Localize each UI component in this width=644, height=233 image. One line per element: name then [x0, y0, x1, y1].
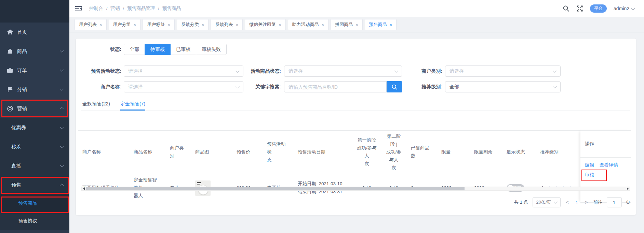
- collapse-menu-icon[interactable]: [75, 6, 82, 11]
- close-icon[interactable]: ×: [202, 22, 204, 27]
- status-button-group: 全部 待审核 已审核 审核失败: [124, 44, 227, 55]
- tag-label: 预售商品: [369, 21, 387, 28]
- breadcrumb-item[interactable]: 营销: [110, 5, 120, 12]
- current-page[interactable]: 1: [574, 200, 580, 205]
- filter-status: 状态: 全部 待审核 已审核 审核失败: [76, 44, 227, 55]
- scroll-right-arrow-icon[interactable]: [626, 187, 630, 190]
- view-detail-link[interactable]: 查看详情: [600, 162, 618, 168]
- activity-goods-status-select[interactable]: 请选择: [284, 65, 402, 77]
- col-actions-header: 操作: [580, 130, 631, 158]
- col-activity-date: 预售活动日期: [293, 131, 352, 174]
- filter-merchant-name: 商户名称: 请选择: [76, 81, 243, 92]
- sidebar-item-live[interactable]: 直播: [0, 156, 69, 175]
- tag-label: 反馈分类: [181, 21, 199, 28]
- tags-view: 用户列表× 用户分组× 用户标签× 反馈分类× 反馈列表× 微信关注回复× 助力…: [69, 17, 644, 32]
- chevron-down-icon: [60, 144, 64, 148]
- breadcrumb-item[interactable]: 控制台: [89, 5, 103, 12]
- goto-page-input[interactable]: [607, 197, 622, 207]
- sidebar: 首页 商品 订单 分销 营销 优惠券 秒杀: [0, 0, 69, 233]
- sidebar-item-presale-goods[interactable]: 预售商品: [0, 194, 69, 212]
- status-audited-button[interactable]: 已审核: [170, 44, 196, 55]
- user-menu[interactable]: admin2: [614, 6, 634, 11]
- chevron-up-icon: [60, 184, 64, 187]
- sidebar-item-label: 直播: [11, 163, 21, 169]
- scrollbar-thumb[interactable]: [86, 187, 465, 190]
- close-icon[interactable]: ×: [236, 22, 238, 27]
- filter-label: 活动商品状态:: [230, 68, 281, 74]
- tag-label: 用户标签: [147, 21, 165, 28]
- col-activity-status: 预售活动状 态: [263, 131, 293, 174]
- fullscreen-icon[interactable]: [576, 5, 583, 12]
- page-size-select[interactable]: 20条/页: [533, 197, 561, 207]
- sidebar-item-label: 秒杀: [11, 144, 21, 150]
- filter-label: 状态:: [76, 46, 121, 53]
- tag-user-label[interactable]: 用户标签×: [143, 19, 175, 30]
- sidebar-item-distribution[interactable]: 分销: [0, 80, 69, 99]
- platform-badge: 平台: [590, 4, 607, 13]
- horizontal-scrollbar[interactable]: [81, 187, 630, 191]
- sidebar-item-orders[interactable]: 订单: [0, 61, 69, 80]
- keyword-input[interactable]: [284, 81, 387, 92]
- next-page-button[interactable]: >: [583, 200, 589, 205]
- sidebar-item-presale-agreement[interactable]: 预售协议: [0, 212, 69, 230]
- search-icon[interactable]: [563, 5, 569, 12]
- goto-label: 前往: [593, 199, 603, 205]
- tag-user-list[interactable]: 用户列表×: [75, 19, 107, 30]
- sidebar-item-coupon[interactable]: 优惠券: [0, 118, 69, 137]
- close-icon[interactable]: ×: [167, 22, 170, 27]
- close-icon[interactable]: ×: [322, 22, 324, 27]
- edit-link[interactable]: 编辑: [585, 162, 594, 168]
- home-icon: [7, 29, 13, 35]
- scroll-left-arrow-icon[interactable]: [82, 187, 86, 190]
- sidebar-item-seckill[interactable]: 秒杀: [0, 137, 69, 156]
- sidebar-item-label: 预售: [11, 182, 21, 188]
- sidebar-item-marketing[interactable]: 营销: [0, 99, 69, 118]
- merchant-category-select[interactable]: 请选择: [445, 65, 561, 77]
- tag-feedback-list[interactable]: 反馈列表×: [211, 19, 243, 30]
- chevron-down-icon: [60, 87, 64, 91]
- filter-recommend-level: 推荐级别: 全部: [390, 81, 561, 92]
- close-icon[interactable]: ×: [355, 22, 358, 27]
- recommend-level-select[interactable]: 全部: [445, 81, 561, 92]
- status-failed-button[interactable]: 审核失败: [196, 44, 227, 55]
- close-icon[interactable]: ×: [134, 22, 136, 27]
- sidebar-item-goods[interactable]: 商品: [0, 42, 69, 61]
- audit-link[interactable]: 审核: [585, 172, 594, 177]
- filter-keyword: 关键字搜索:: [230, 81, 402, 92]
- merchant-name-select[interactable]: 请选择: [124, 81, 243, 92]
- tag-assist-goods[interactable]: 助力活动商品×: [288, 19, 329, 30]
- select-placeholder: 请选择: [450, 68, 464, 74]
- chevron-down-icon: [553, 84, 556, 88]
- tag-wechat-reply[interactable]: 微信关注回复×: [245, 19, 286, 30]
- tag-feedback-category[interactable]: 反馈分类×: [177, 19, 209, 30]
- close-icon[interactable]: ×: [279, 22, 281, 27]
- col-product-image: 商品图: [191, 131, 232, 174]
- tag-groupbuy-goods[interactable]: 拼团商品×: [331, 19, 363, 30]
- tab-deposit-presale[interactable]: 定金预售(7): [120, 99, 145, 111]
- sidebar-item-home[interactable]: 首页: [0, 23, 69, 42]
- close-icon[interactable]: ×: [390, 22, 392, 27]
- topbar: 控制台 / 营销 / 预售商品管理 / 预售商品 平台 admin2: [69, 0, 644, 17]
- chevron-down-icon: [554, 200, 558, 204]
- filter-merchant-category: 商户类别: 请选择: [390, 65, 561, 77]
- prev-page-button[interactable]: <: [565, 200, 570, 205]
- filter-label: 关键字搜索:: [230, 84, 281, 90]
- tag-label: 用户分组: [113, 21, 131, 28]
- breadcrumb-item[interactable]: 预售商品管理: [127, 5, 155, 12]
- username: admin2: [614, 6, 629, 11]
- sidebar-item-label: 分销: [17, 86, 27, 93]
- tab-full-presale[interactable]: 全款预售(22): [82, 99, 110, 111]
- topbar-right: 平台 admin2: [563, 4, 634, 13]
- presale-submenu: 预售商品 预售协议: [0, 194, 69, 230]
- sidebar-item-presale[interactable]: 预售: [0, 175, 69, 194]
- tag-label: 用户列表: [79, 21, 97, 28]
- close-icon[interactable]: ×: [99, 22, 102, 27]
- operations-cell: 编辑 查看详情 审核: [580, 158, 631, 203]
- tag-user-group[interactable]: 用户分组×: [109, 19, 141, 30]
- status-pending-button[interactable]: 待审核: [145, 44, 171, 55]
- tag-presale-goods[interactable]: 预售商品×: [365, 19, 397, 30]
- col-stage2: 第二阶段 | 成功/参与人 次: [381, 131, 406, 174]
- presale-activity-status-select[interactable]: 请选择: [124, 65, 243, 77]
- status-all-button[interactable]: 全部: [124, 44, 145, 55]
- tag-label: 微信关注回复: [249, 21, 276, 28]
